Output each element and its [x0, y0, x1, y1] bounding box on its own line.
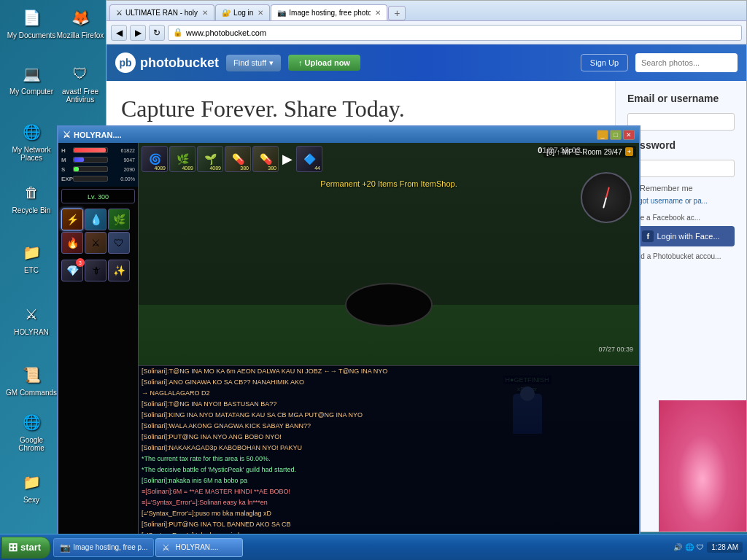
- gm-commands-icon: 📜: [20, 363, 43, 386]
- desktop-icon-holyran[interactable]: ⚔ HOLYRAN: [6, 303, 57, 336]
- new-item-badge: 3: [76, 258, 85, 267]
- system-clock: 1:28 AM: [707, 542, 743, 553]
- icon-label: My Documents: [7, 31, 56, 39]
- game-left-panel: H 61822 M 9047 S: [58, 143, 139, 547]
- skill-icon-7[interactable]: 💎 3: [61, 260, 83, 281]
- start-button[interactable]: ⊞ start: [1, 537, 50, 559]
- desktop-icon-firefox[interactable]: 🦊 Mozilla Firefox: [55, 6, 106, 39]
- desktop-icon-gm-commands[interactable]: 📜 GM Commands: [6, 363, 57, 397]
- pb-logo-text: photobucket: [140, 55, 219, 71]
- sp-value: 2090: [109, 167, 135, 172]
- ssl-icon: 🔒: [173, 28, 183, 37]
- forward-button[interactable]: ▶: [130, 25, 146, 41]
- pb-email-label: Email or username: [627, 93, 735, 104]
- icon-label: My Computer: [9, 88, 53, 96]
- close-button[interactable]: ✕: [623, 130, 635, 140]
- new-tab-button[interactable]: +: [388, 6, 406, 20]
- sexy-folder-icon: 📁: [20, 470, 43, 494]
- password-input[interactable]: [627, 160, 735, 177]
- desktop-icon-sexy[interactable]: 📁 Sexy: [6, 470, 57, 504]
- upload-label: ↑ Upload now: [298, 58, 350, 67]
- pb-remember-row: Remember me: [627, 183, 735, 192]
- add-room-btn[interactable]: +: [625, 147, 633, 156]
- tab-photobucket[interactable]: 📷 Image hosting, free photo ... ✕: [271, 4, 387, 20]
- tray-icon-antivirus: 🛡: [697, 543, 704, 551]
- desktop-icon-network[interactable]: 🌐 My Network Places: [6, 120, 57, 162]
- item-bar-expand[interactable]: ▶: [280, 151, 295, 167]
- chat-line: [Solinari]:NAKAKAGAD3p KABOBOHAN NYO! PA…: [139, 443, 639, 454]
- facebook-login-button[interactable]: f Login with Face...: [627, 226, 735, 246]
- tab-ran[interactable]: ⚔ ULTIMATE RAN - holy ✕: [109, 4, 214, 20]
- skill-icon-9[interactable]: ✨: [108, 260, 130, 281]
- tab-ran-close[interactable]: ✕: [202, 9, 208, 17]
- desktop-icon-my-documents[interactable]: 📄 My Documents: [6, 6, 57, 39]
- mp-row: M 9047: [61, 155, 135, 164]
- browser-titlebar: ⚔ ULTIMATE RAN - holy ✕ 🔐 Log in ✕ 📷 Ima…: [107, 1, 746, 21]
- taskbar-photobucket-icon: 📷: [60, 542, 70, 553]
- upload-button[interactable]: ↑ Upload now: [288, 55, 360, 71]
- item-slot-5[interactable]: 💊 380: [252, 146, 279, 172]
- level-text: Lv. 300: [88, 193, 109, 201]
- icon-label: ETC: [24, 266, 39, 274]
- desktop-icon-avast[interactable]: 🛡 avast! Free Antivirus: [55, 62, 106, 104]
- skill-icon-3[interactable]: 🌿: [108, 209, 130, 230]
- refresh-button[interactable]: ↻: [149, 25, 165, 41]
- tab-photobucket-close[interactable]: ✕: [375, 9, 381, 17]
- tab-login-close[interactable]: ✕: [258, 9, 263, 17]
- maximize-button[interactable]: □: [610, 130, 622, 140]
- icon-label: Mozilla Firefox: [57, 31, 104, 39]
- skill-icon-8[interactable]: 🗡: [85, 260, 107, 281]
- tab-login-title: Log in: [233, 9, 253, 17]
- email-input[interactable]: [627, 113, 735, 131]
- skill-icon-6[interactable]: 🛡: [108, 232, 130, 254]
- game-title-text: HOLYRAN....: [74, 131, 122, 139]
- game-icon: ⚔: [63, 130, 71, 140]
- skill-icon-2[interactable]: 💧: [85, 209, 107, 230]
- desktop-icon-my-computer[interactable]: 💻 My Computer: [6, 62, 57, 96]
- game-item-bar: 🌀 4089 🌿 4089 🌱 4089 💊 380: [142, 146, 322, 172]
- item-count-6: 44: [314, 166, 320, 171]
- item-slot-6[interactable]: 🔷 44: [296, 146, 322, 172]
- tab-login[interactable]: 🔐 Log in ✕: [215, 4, 270, 20]
- item-count-5: 380: [268, 166, 276, 171]
- find-stuff-label: Find stuff: [233, 58, 266, 67]
- chat-line: [Solinari]:PUT@NG INA NYO ANG BOBO NYO!: [139, 432, 639, 443]
- taskbar-item-photobucket[interactable]: 📷 Image hosting, free p...: [53, 538, 154, 557]
- desktop-icon-recycle-bin[interactable]: 🗑 Recycle Bin: [6, 181, 57, 214]
- pb-logo-icon: pb: [115, 52, 136, 73]
- tab-photobucket-title: Image hosting, free photo ...: [289, 9, 371, 17]
- skill-icon-5[interactable]: ⚔: [85, 232, 107, 254]
- network-places-icon: 🌐: [20, 120, 43, 144]
- find-stuff-button[interactable]: Find stuff ▾: [226, 55, 281, 71]
- forgot-link[interactable]: Forgot username or pa...: [627, 197, 735, 205]
- mp-bar-bg: [73, 157, 108, 163]
- taskbar-photobucket-label: Image hosting, free p...: [73, 543, 147, 551]
- game-title: ⚔ HOLYRAN....: [63, 130, 122, 140]
- desktop-icon-etc[interactable]: 📁 ETC: [6, 241, 57, 274]
- skill-icon-1[interactable]: ⚡: [61, 209, 83, 230]
- signup-button[interactable]: Sign Up: [581, 54, 628, 71]
- item-count-4: 380: [240, 166, 249, 171]
- icon-label: Google Chrome: [6, 436, 57, 452]
- minimize-button[interactable]: _: [597, 130, 608, 140]
- taskbar-item-holyran[interactable]: ⚔ HOLYRAN....: [155, 538, 243, 557]
- chat-line: [Solinari]:T@NG INA MO KA 6m AEON DALWA …: [139, 366, 639, 377]
- desktop-icon-chrome[interactable]: 🌐 Google Chrome: [6, 411, 57, 452]
- chrome-icon: 🌐: [20, 411, 43, 434]
- search-input[interactable]: [635, 53, 738, 72]
- tab-photobucket-favicon: 📷: [277, 9, 286, 17]
- pb-password-label: Password: [627, 139, 735, 151]
- item-slot-2[interactable]: 🌿 4089: [169, 146, 196, 172]
- game-chat[interactable]: [Solinari]:T@NG INA MO KA 6m AEON DALWA …: [139, 365, 639, 547]
- item-slot-1[interactable]: 🌀 4089: [142, 146, 168, 172]
- item-slot-4[interactable]: 💊 380: [225, 146, 251, 172]
- back-button[interactable]: ◀: [111, 25, 127, 41]
- facebook-icon: f: [642, 230, 654, 242]
- skill-icon-4[interactable]: 🔥: [61, 232, 83, 254]
- chat-line: → NAGLALAGARO D2: [139, 388, 639, 399]
- address-bar[interactable]: 🔒 www.photobucket.com: [168, 25, 742, 41]
- windows-logo-icon: ⊞: [8, 540, 18, 554]
- sp-bar-fill: [74, 167, 79, 171]
- compass-needle: [603, 187, 610, 208]
- item-slot-3[interactable]: 🌱 4089: [197, 146, 223, 172]
